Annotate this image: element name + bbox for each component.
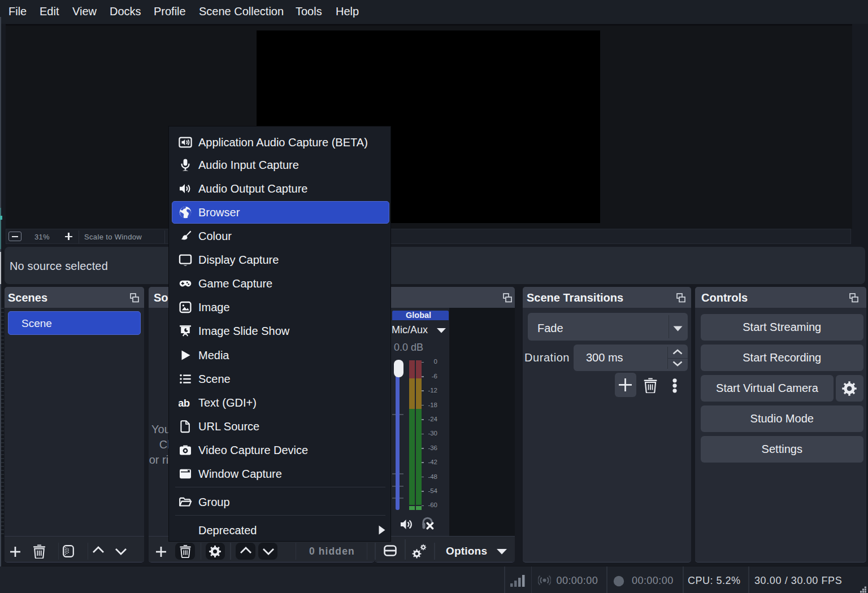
svg-text:ab: ab <box>179 397 190 409</box>
